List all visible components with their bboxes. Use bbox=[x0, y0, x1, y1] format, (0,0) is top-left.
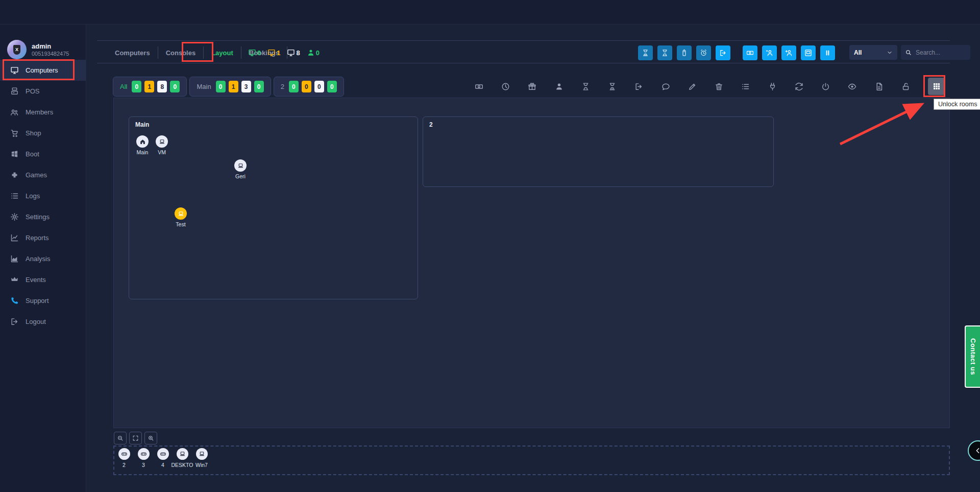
sidebar-item-label: Games bbox=[26, 171, 47, 179]
sidebar-item-label: Computers bbox=[26, 66, 58, 74]
contact-us-button[interactable]: Contact us bbox=[965, 325, 980, 388]
user-plus-icon-button[interactable] bbox=[781, 45, 796, 60]
user-block: X admin 005193482475 bbox=[7, 40, 69, 59]
sign-out-icon-button[interactable] bbox=[716, 45, 730, 60]
sidebar-item-boot[interactable]: Boot bbox=[0, 144, 86, 165]
tab-layout[interactable]: Layout bbox=[204, 46, 241, 59]
room-name: 2 bbox=[429, 121, 433, 128]
gift-icon-button[interactable] bbox=[528, 82, 536, 91]
topbar bbox=[0, 0, 980, 25]
alarm-icon-button[interactable] bbox=[696, 45, 711, 60]
tab-computers[interactable]: Computers bbox=[107, 46, 158, 59]
sidebar-item-support[interactable]: Support bbox=[0, 290, 86, 311]
user-icon bbox=[307, 49, 315, 57]
room-filter-2[interactable]: 20000 bbox=[274, 77, 344, 97]
sidebar-item-analysis[interactable]: Analysis bbox=[0, 248, 86, 269]
sidebar-item-label: Analysis bbox=[26, 255, 50, 263]
clock-icon-button[interactable] bbox=[501, 82, 510, 91]
status-filter-select[interactable]: All bbox=[849, 45, 897, 60]
banknote-icon-button[interactable] bbox=[475, 82, 483, 91]
user-icon-button[interactable] bbox=[555, 82, 564, 91]
monitor-icon bbox=[248, 49, 256, 57]
chart-line-icon bbox=[10, 233, 19, 242]
search-box[interactable] bbox=[901, 45, 970, 60]
layout-canvas[interactable]: MainMainVMGeriTest2 bbox=[113, 98, 950, 428]
tab-consoles[interactable]: Consoles bbox=[158, 46, 204, 59]
sidebar-item-computers[interactable]: Computers bbox=[0, 60, 86, 81]
expand-icon-button[interactable] bbox=[129, 432, 142, 444]
count-badge: 1 bbox=[144, 81, 154, 92]
room-filter-all[interactable]: All0180 bbox=[113, 77, 187, 97]
sidebar-item-label: POS bbox=[26, 87, 39, 95]
sidebar-item-members[interactable]: Members bbox=[0, 102, 86, 123]
sidebar-item-shop[interactable]: Shop bbox=[0, 123, 86, 144]
count-badge: 0 bbox=[302, 81, 311, 92]
room-filter-label: Main bbox=[197, 83, 211, 90]
sidebar-item-settings[interactable]: Settings bbox=[0, 206, 86, 227]
user-star-icon-button[interactable] bbox=[762, 45, 777, 60]
hourglass-end-icon-button[interactable] bbox=[638, 45, 653, 60]
image-icon-button[interactable] bbox=[801, 45, 816, 60]
room-2[interactable]: 2 bbox=[423, 116, 774, 187]
sidebar-item-logs[interactable]: Logs bbox=[0, 185, 86, 206]
unassigned-computer-deskto[interactable]: DESKTO bbox=[173, 448, 192, 468]
unlock-icon-button[interactable] bbox=[901, 82, 910, 91]
hourglass-icon-button[interactable] bbox=[581, 82, 590, 91]
count-badge: 0 bbox=[132, 81, 141, 92]
members-icon bbox=[10, 108, 19, 116]
count-badge: 0 bbox=[216, 81, 226, 92]
refresh-icon-button[interactable] bbox=[795, 82, 803, 91]
power-icon-button[interactable] bbox=[821, 82, 830, 91]
plug-icon-button[interactable] bbox=[768, 82, 777, 91]
pause-icon-button[interactable] bbox=[820, 45, 835, 60]
unassigned-computer-4[interactable]: 4 bbox=[153, 448, 173, 468]
banknote-icon-button[interactable] bbox=[743, 45, 757, 60]
laptop-icon bbox=[234, 159, 247, 172]
user-avatar[interactable]: X bbox=[7, 40, 27, 59]
chat-icon-button[interactable] bbox=[662, 82, 670, 91]
sidebar-item-reports[interactable]: Reports bbox=[0, 227, 86, 248]
computer-label: Geri bbox=[223, 173, 258, 179]
sidebar-item-logout[interactable]: Logout bbox=[0, 311, 86, 332]
unassigned-computer-2[interactable]: 2 bbox=[114, 448, 134, 468]
cart-icon bbox=[10, 129, 19, 137]
eye-icon-button[interactable] bbox=[848, 82, 856, 91]
computer-geri[interactable]: Geri bbox=[234, 159, 247, 172]
divider bbox=[97, 63, 950, 63]
battery-icon-button[interactable] bbox=[677, 45, 692, 60]
room-filter-main[interactable]: Main0130 bbox=[189, 77, 271, 97]
hourglass-end-icon-button[interactable] bbox=[608, 82, 617, 91]
monitor-icon bbox=[287, 49, 295, 57]
unassigned-computer-3[interactable]: 3 bbox=[134, 448, 153, 468]
zoom-out-icon-button[interactable] bbox=[114, 432, 127, 444]
status-count-value: 0 bbox=[257, 49, 261, 57]
gear-icon bbox=[10, 213, 19, 221]
tooltip-unlock-rooms: Unlock rooms bbox=[934, 99, 980, 110]
sidebar-item-games[interactable]: Games bbox=[0, 165, 86, 185]
laptop-icon bbox=[196, 448, 208, 460]
computer-vm[interactable]: VM bbox=[156, 135, 168, 148]
pencil-icon-button[interactable] bbox=[688, 82, 697, 91]
room-name: Main bbox=[135, 121, 149, 128]
sidebar-item-pos[interactable]: POS bbox=[0, 81, 86, 102]
sign-out-icon-button[interactable] bbox=[634, 82, 643, 91]
sidebar-item-events[interactable]: Events bbox=[0, 269, 86, 290]
computer-main[interactable]: Main bbox=[136, 135, 149, 148]
hourglass-icon-button[interactable] bbox=[657, 45, 672, 60]
unassigned-computer-win7[interactable]: Win7 bbox=[192, 448, 211, 468]
laptop-icon bbox=[156, 135, 168, 148]
room-main[interactable]: Main bbox=[129, 116, 418, 299]
contact-us-label: Contact us bbox=[969, 338, 977, 375]
search-input[interactable] bbox=[915, 49, 958, 57]
count-badge: 1 bbox=[229, 81, 238, 92]
canvas-zoom-controls bbox=[114, 432, 157, 444]
computer-test[interactable]: Test bbox=[175, 207, 187, 220]
list-icon-button[interactable] bbox=[741, 82, 750, 91]
controller-icon bbox=[138, 448, 150, 460]
zoom-in-icon-button[interactable] bbox=[144, 432, 157, 444]
trash-icon-button[interactable] bbox=[715, 82, 723, 91]
file-icon-button[interactable] bbox=[875, 82, 884, 91]
monitor-icon bbox=[267, 49, 276, 57]
grid-icon-button[interactable] bbox=[928, 78, 945, 95]
status-count: 0 bbox=[307, 49, 320, 57]
